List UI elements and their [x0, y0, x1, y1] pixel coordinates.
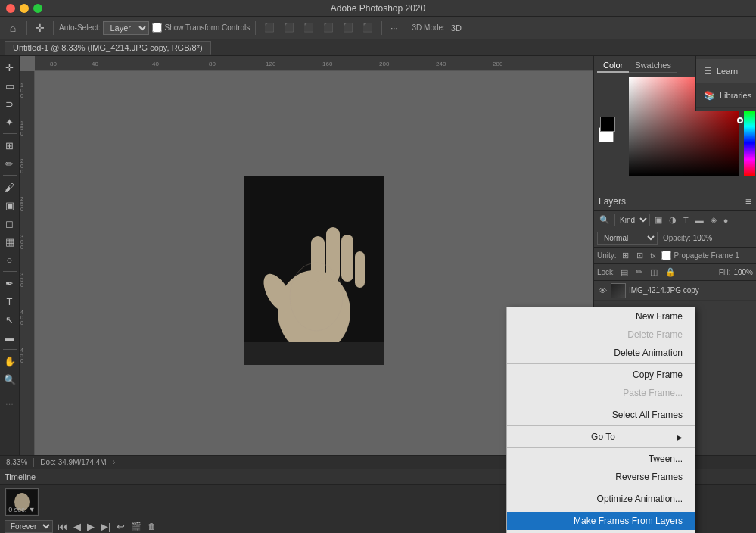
learn-item[interactable]: ☰ Learn: [696, 59, 756, 83]
filter-toggle-icon[interactable]: ●: [721, 215, 731, 226]
context-menu-item-optimize-animation[interactable]: ✓Optimize Animation...: [507, 490, 695, 508]
document-tab[interactable]: Untitled-1 @ 8.33% (IMG_4214.JPG copy, R…: [5, 41, 211, 55]
filter-adj-icon[interactable]: ◑: [667, 214, 679, 226]
align-top-btn[interactable]: ⬛: [320, 21, 337, 34]
align-center-btn[interactable]: ⬛: [281, 21, 297, 34]
play-reverse-btn[interactable]: ↩: [115, 521, 126, 532]
lock-artboard-icon[interactable]: ◫: [648, 266, 660, 278]
context-menu-separator: [507, 404, 695, 404]
lock-position-icon[interactable]: ✏: [633, 266, 645, 278]
fill-label: Fill:: [719, 268, 731, 276]
doc-size-status: Doc: 34.9M/174.4M: [40, 458, 106, 466]
context-menu-item-reverse-frames[interactable]: ✓Reverse Frames: [507, 468, 695, 486]
frame-time[interactable]: 0 sec. ▼: [8, 506, 35, 513]
filter-smart-icon[interactable]: ◈: [708, 214, 719, 226]
close-button[interactable]: [6, 4, 15, 13]
context-menu-item-delete-frame: ✓Delete Frame: [507, 326, 695, 344]
delete-frame-btn[interactable]: 🗑: [146, 522, 157, 531]
crop-tool-icon[interactable]: ⊞: [2, 137, 18, 154]
move-tool-btn[interactable]: ✛: [33, 20, 48, 36]
context-menu-item-go-to[interactable]: ✓Go To▶: [507, 428, 695, 446]
text-tool-icon[interactable]: T: [2, 293, 18, 310]
svg-rect-7: [244, 342, 384, 365]
brush-tool-icon[interactable]: 🖌: [2, 179, 18, 195]
marquee-tool-icon[interactable]: ▭: [2, 77, 18, 94]
unity-style-icon[interactable]: fx: [649, 251, 658, 260]
align-right-btn[interactable]: ⬛: [300, 21, 317, 34]
left-toolbar-separator: [3, 271, 17, 272]
context-menu-item-delete-animation[interactable]: ✓Delete Animation: [507, 344, 695, 362]
add-frame-btn[interactable]: 🎬: [129, 522, 143, 531]
lasso-tool-icon[interactable]: ⊃: [2, 95, 18, 112]
status-arrow-icon: ›: [113, 458, 115, 466]
rewind-btn[interactable]: ⏮: [56, 521, 69, 532]
gradient-tool-icon[interactable]: ▦: [2, 233, 18, 250]
libraries-item[interactable]: 📚 Libraries: [696, 83, 756, 108]
prev-frame-btn[interactable]: ◀: [72, 521, 82, 532]
home-icon[interactable]: ⌂: [5, 20, 21, 36]
align-middle-btn[interactable]: ⬛: [340, 21, 356, 34]
lock-pixels-icon[interactable]: ▤: [618, 266, 630, 278]
layers-menu-button[interactable]: ≡: [745, 195, 751, 207]
menu-item-label: Tween...: [649, 454, 683, 464]
stamp-tool-icon[interactable]: ▣: [2, 197, 18, 214]
filter-pixel-icon[interactable]: ▣: [652, 214, 664, 226]
auto-select-dropdown[interactable]: Layer Group: [103, 21, 149, 35]
menu-item-label: Make Frames From Layers: [574, 516, 683, 526]
magic-wand-icon[interactable]: ✦: [2, 114, 18, 130]
lock-label: Lock:: [597, 268, 615, 276]
layer-kind-filter[interactable]: Kind: [614, 214, 650, 226]
hand-tool-icon[interactable]: ✋: [2, 353, 18, 369]
context-menu-item-select-all-frames[interactable]: ✓Select All Frames: [507, 406, 695, 424]
maximize-button[interactable]: [33, 4, 42, 13]
next-frame-btn[interactable]: ▶|: [99, 521, 112, 532]
swatches-tab[interactable]: Swatches: [629, 59, 677, 73]
eyedropper-icon[interactable]: ✏: [2, 155, 18, 172]
filter-type-icon[interactable]: T: [681, 215, 691, 226]
blend-mode-select[interactable]: Normal: [597, 232, 658, 245]
path-selection-icon[interactable]: ↖: [2, 311, 18, 328]
align-bottom-btn[interactable]: ⬛: [359, 21, 376, 34]
propagate-label: Propagate Frame 1: [674, 251, 739, 260]
context-menu-item-new-frame[interactable]: ✓New Frame: [507, 307, 695, 326]
filter-shape-icon[interactable]: ▬: [693, 215, 706, 226]
zoom-status: 8.33%: [6, 458, 27, 466]
pen-tool-icon[interactable]: ✒: [2, 275, 18, 291]
shape-tool-icon[interactable]: ▬: [2, 329, 18, 346]
foreground-color-swatch[interactable]: [600, 117, 615, 132]
zoom-tool-icon[interactable]: 🔍: [2, 371, 18, 388]
dodge-tool-icon[interactable]: ○: [2, 251, 18, 268]
search-layers-icon[interactable]: 🔍: [597, 214, 612, 226]
align-left-btn[interactable]: ⬛: [261, 21, 278, 34]
unity-label: Unity:: [597, 251, 617, 260]
unity-transform-icon[interactable]: ⊡: [634, 250, 646, 261]
move-tool-icon[interactable]: ✛: [2, 59, 18, 76]
transform-checkbox[interactable]: [152, 23, 162, 33]
more-tools-icon[interactable]: ···: [2, 394, 18, 411]
transform-label: Show Transform Controls: [152, 23, 250, 33]
propagate-frame-checkbox[interactable]: [661, 251, 671, 260]
context-menu-item-tween[interactable]: ✓Tween...: [507, 450, 695, 468]
toolbar-separator: [406, 21, 406, 35]
play-btn[interactable]: ▶: [86, 521, 96, 532]
unity-position-icon[interactable]: ⊞: [620, 250, 631, 261]
context-menu-item-copy-frame[interactable]: ✓Copy Frame: [507, 366, 695, 384]
eraser-tool-icon[interactable]: ◻: [2, 215, 18, 232]
layers-title: Layers: [599, 196, 745, 207]
learn-label: Learn: [717, 67, 738, 76]
minimize-button[interactable]: [20, 4, 29, 13]
toolbar-separator: [53, 21, 54, 35]
layer-item[interactable]: 👁 IMG_4214.JPG copy: [594, 281, 756, 301]
context-menu-item-flatten-frames-into-layers[interactable]: ✓Flatten Frames Into Layers: [507, 530, 695, 533]
3d-mode-btn[interactable]: 3D: [448, 22, 465, 34]
loop-select[interactable]: Forever Once 3 Times: [5, 520, 53, 533]
frame-thumbnail[interactable]: 0 sec. ▼: [5, 488, 39, 516]
status-separator: [33, 458, 34, 467]
context-menu-separator: [507, 363, 695, 364]
layer-visibility-toggle[interactable]: 👁: [597, 285, 608, 296]
more-btn[interactable]: ···: [387, 22, 400, 34]
context-menu-item-make-frames-from-layers[interactable]: ✓Make Frames From Layers: [507, 512, 695, 530]
lock-all-icon[interactable]: 🔒: [663, 266, 678, 278]
context-menu-separator: [507, 447, 695, 448]
color-tab[interactable]: Color: [597, 59, 629, 73]
